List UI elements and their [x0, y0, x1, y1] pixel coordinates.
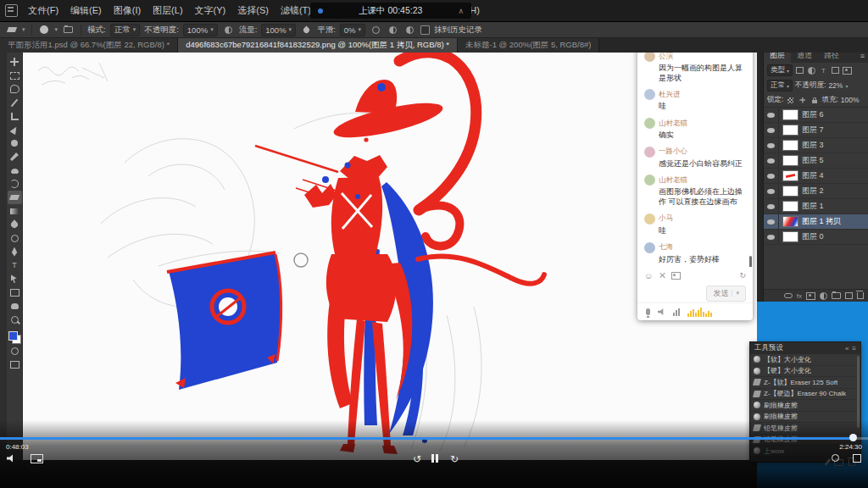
move-tool[interactable] — [8, 55, 22, 69]
layer-thumbnail[interactable] — [782, 155, 798, 166]
menu-item-select[interactable]: 选择(S) — [231, 4, 275, 17]
smoothing-gear-icon[interactable] — [370, 24, 382, 36]
pen-tool[interactable] — [8, 245, 22, 258]
filter-adjustment-icon[interactable] — [807, 66, 816, 75]
volume-icon[interactable] — [7, 454, 15, 463]
marquee-tool[interactable] — [8, 69, 22, 82]
screen-mode-toggle[interactable] — [8, 358, 22, 371]
visibility-toggle[interactable] — [764, 123, 779, 137]
history-brush-tool[interactable] — [8, 177, 22, 191]
menu-item-type[interactable]: 文字(Y) — [189, 4, 232, 17]
type-tool[interactable]: T — [8, 258, 22, 272]
blur-tool[interactable] — [8, 218, 22, 231]
pip-icon[interactable] — [31, 454, 43, 463]
tool-preset-item[interactable]: Z-【软】Eraser 125 Soft — [750, 377, 860, 389]
send-button[interactable]: 发送 ▾ — [706, 286, 746, 302]
tool-preset-item[interactable]: 【软】大小变化 — [750, 354, 860, 366]
visibility-toggle[interactable] — [764, 108, 779, 122]
layer-thumbnail[interactable] — [782, 201, 798, 212]
layer-style-icon[interactable]: fx — [797, 292, 802, 300]
visibility-toggle[interactable] — [764, 169, 779, 183]
zoom-tool[interactable] — [8, 313, 22, 326]
visibility-toggle[interactable] — [764, 138, 779, 152]
filter-image-icon[interactable] — [795, 66, 804, 75]
layer-opacity-value[interactable]: 22% — [828, 81, 843, 90]
eyedropper-tool[interactable] — [8, 123, 22, 136]
visibility-toggle[interactable] — [764, 230, 779, 244]
clone-stamp-tool[interactable] — [8, 164, 22, 177]
layer-row[interactable]: 图层 5 — [764, 153, 868, 169]
opacity-select[interactable]: 100% ▾ — [183, 24, 218, 36]
layer-name[interactable]: 图层 4 — [802, 170, 824, 181]
lock-all-icon[interactable] — [810, 96, 819, 105]
visibility-toggle[interactable] — [764, 153, 779, 168]
layer-name[interactable]: 图层 3 — [802, 140, 824, 151]
lasso-tool[interactable] — [8, 82, 22, 96]
eraser-tool[interactable] — [8, 191, 22, 204]
pressure-opacity-icon[interactable] — [222, 24, 235, 36]
layer-thumbnail[interactable] — [782, 125, 798, 136]
forward-button[interactable]: ↻ — [450, 454, 459, 464]
replay-button[interactable]: ↺ — [413, 454, 421, 464]
lock-position-icon[interactable] — [798, 96, 807, 105]
username[interactable]: 一路小心 — [659, 147, 687, 157]
layer-thumbnail[interactable] — [782, 109, 798, 120]
menu-item-layer[interactable]: 图层(L) — [147, 4, 188, 17]
avatar[interactable] — [644, 118, 655, 129]
document-tab-1[interactable]: 平面形活用1.psd @ 66.7%(图层 22, RGB/8) * — [0, 38, 178, 53]
collapse-panel-icon[interactable]: « — [845, 345, 849, 352]
brush-preset-picker[interactable] — [38, 24, 51, 36]
crop-tool[interactable] — [8, 109, 22, 123]
new-layer-icon[interactable] — [845, 292, 853, 299]
quick-select-tool[interactable] — [8, 96, 22, 109]
chat-scrollbar[interactable] — [749, 256, 752, 267]
fullscreen-icon[interactable] — [853, 454, 861, 463]
menu-item-edit[interactable]: 编辑(E) — [64, 4, 108, 17]
tool-preset-caret-icon[interactable]: ▾ — [22, 26, 25, 33]
delete-layer-icon[interactable] — [857, 292, 864, 299]
filter-kind-select[interactable]: 类型 ▾ — [767, 64, 793, 76]
shape-tool[interactable] — [8, 286, 22, 299]
brush-tool[interactable] — [8, 150, 22, 164]
tool-presets-menu-icon[interactable]: ≡ — [852, 345, 856, 352]
chat-message-list[interactable]: 公演 因为一幅画的构图是人算是形状 杜兴进 哇 山村老猫 确实 一路小心 感觉还… — [637, 47, 753, 267]
visibility-toggle[interactable] — [764, 214, 779, 229]
layer-row[interactable]: 图层 6 — [764, 108, 868, 123]
layer-thumbnail[interactable] — [782, 216, 798, 227]
gradient-tool[interactable] — [8, 204, 22, 218]
layer-name[interactable]: 图层 1 拷贝 — [802, 216, 841, 227]
layer-thumbnail[interactable] — [782, 140, 798, 151]
presets-scrollbar[interactable] — [857, 356, 860, 428]
settings-icon[interactable] — [832, 454, 839, 462]
brush-panel-toggle-icon[interactable] — [62, 24, 75, 36]
layer-thumbnail[interactable] — [782, 186, 798, 197]
current-tool-icon[interactable] — [5, 24, 18, 36]
quick-mask-toggle[interactable] — [8, 344, 22, 358]
pressure-size-icon[interactable] — [403, 24, 416, 36]
layer-name[interactable]: 图层 7 — [802, 125, 824, 136]
username[interactable]: 七海 — [659, 242, 673, 252]
color-swatches[interactable] — [8, 331, 21, 344]
document-tab-3[interactable]: 未标题-1 @ 200%(图层 5, RGB/8#) — [458, 38, 600, 53]
visibility-toggle[interactable] — [764, 184, 779, 198]
flow-select[interactable]: 100% ▾ — [261, 24, 296, 36]
brush-angle-icon[interactable] — [387, 24, 399, 36]
send-options-caret-icon[interactable]: ▾ — [732, 290, 739, 297]
filter-type-icon[interactable]: T — [819, 66, 828, 75]
erase-to-history-checkbox[interactable] — [420, 25, 430, 35]
hand-tool[interactable] — [8, 299, 22, 313]
layer-name[interactable]: 图层 6 — [802, 109, 824, 120]
username[interactable]: 山村老猫 — [659, 175, 687, 186]
path-selection-tool[interactable] — [8, 272, 22, 286]
blend-mode-select[interactable]: 正常 ▾ — [767, 80, 793, 92]
layer-row[interactable]: 图层 3 — [764, 138, 868, 153]
adjustment-layer-icon[interactable] — [820, 292, 827, 300]
emoji-icon[interactable]: ☺ — [644, 271, 653, 280]
speaker-icon[interactable] — [658, 308, 665, 316]
airbrush-icon[interactable] — [300, 24, 313, 36]
layer-thumbnail[interactable] — [782, 170, 798, 181]
layer-row[interactable]: 图层 4 — [764, 169, 868, 184]
document-tab-2-active[interactable]: d496f683c67be79216841f841832529.png @ 10… — [178, 38, 458, 53]
visibility-toggle[interactable] — [764, 199, 779, 214]
dodge-tool[interactable] — [8, 231, 22, 245]
